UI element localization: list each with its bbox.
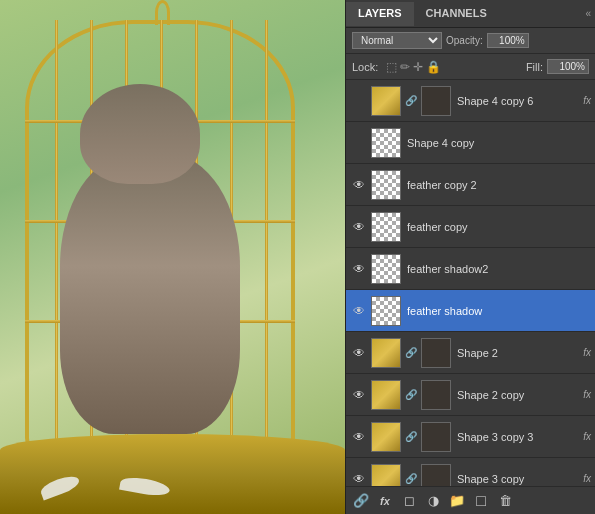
- feather-1: [39, 473, 82, 501]
- layer-thumbnail-mask: [421, 338, 451, 368]
- layer-thumbnail-mask: [421, 86, 451, 116]
- layer-item[interactable]: 👁feather copy 2: [346, 164, 595, 206]
- cat-body: [60, 154, 240, 434]
- delete-layer-button[interactable]: 🗑: [494, 490, 516, 512]
- fill-input[interactable]: [547, 59, 589, 74]
- cage-bar: [265, 20, 268, 450]
- layers-list: 🔗Shape 4 copy 6fxShape 4 copy👁feather co…: [346, 80, 595, 486]
- new-group-button[interactable]: 📁: [446, 490, 468, 512]
- layer-item[interactable]: 👁feather shadow: [346, 290, 595, 332]
- layer-name-label: Shape 3 copy: [454, 473, 581, 485]
- fill-label: Fill:: [526, 61, 543, 73]
- add-fx-button[interactable]: fx: [374, 490, 396, 512]
- lock-pixels-icon[interactable]: ✏: [400, 60, 410, 74]
- fx-badge: fx: [583, 473, 591, 484]
- layer-name-label: Shape 2 copy: [454, 389, 581, 401]
- new-layer-button[interactable]: □: [470, 490, 492, 512]
- layer-thumbnail: [371, 86, 401, 116]
- fx-badge: fx: [583, 347, 591, 358]
- bottom-toolbar: 🔗 fx ◻ ◑ 📁 □ 🗑: [346, 486, 595, 514]
- layer-name-label: feather copy 2: [404, 179, 591, 191]
- layer-name-label: feather shadow2: [404, 263, 591, 275]
- layer-name-label: Shape 2: [454, 347, 581, 359]
- layer-item[interactable]: 🔗Shape 4 copy 6fx: [346, 80, 595, 122]
- layer-item[interactable]: 👁feather copy: [346, 206, 595, 248]
- layer-thumbnail: [371, 422, 401, 452]
- layers-panel: LAYERS CHANNELS « Normal Opacity: Lock: …: [345, 0, 595, 514]
- layer-name-label: feather copy: [404, 221, 591, 233]
- opacity-input[interactable]: [487, 33, 529, 48]
- layer-thumbnail: [371, 296, 401, 326]
- fx-badge: fx: [583, 95, 591, 106]
- layer-thumbnail-mask: [421, 422, 451, 452]
- chain-icon: 🔗: [405, 473, 417, 484]
- layer-thumbnail: [371, 464, 401, 487]
- layer-visibility-toggle[interactable]: 👁: [350, 344, 368, 362]
- layer-item[interactable]: Shape 4 copy: [346, 122, 595, 164]
- layer-item[interactable]: 👁🔗Shape 3 copyfx: [346, 458, 595, 486]
- layer-thumbnail-mask: [421, 464, 451, 487]
- blend-mode-row: Normal Opacity:: [346, 28, 595, 54]
- feather-2: [119, 475, 171, 498]
- lock-label: Lock:: [352, 61, 378, 73]
- cat-head: [80, 84, 200, 184]
- fx-badge: fx: [583, 431, 591, 442]
- link-layers-button[interactable]: 🔗: [350, 490, 372, 512]
- lock-fill-row: Lock: ⬚ ✏ ✛ 🔒 Fill:: [346, 54, 595, 80]
- layer-visibility-toggle[interactable]: [350, 134, 368, 152]
- layer-visibility-toggle[interactable]: 👁: [350, 470, 368, 487]
- layer-thumbnail: [371, 338, 401, 368]
- layer-visibility-toggle[interactable]: 👁: [350, 176, 368, 194]
- panel-collapse-button[interactable]: «: [585, 8, 591, 19]
- layer-visibility-toggle[interactable]: 👁: [350, 218, 368, 236]
- chain-icon: 🔗: [405, 347, 417, 358]
- blend-mode-select[interactable]: Normal: [352, 32, 442, 49]
- chain-icon: 🔗: [405, 431, 417, 442]
- panel-header: LAYERS CHANNELS «: [346, 0, 595, 28]
- opacity-label: Opacity:: [446, 35, 483, 46]
- lock-transparent-icon[interactable]: ⬚: [386, 60, 397, 74]
- lock-icons: ⬚ ✏ ✛ 🔒: [386, 60, 441, 74]
- add-adjustment-button[interactable]: ◑: [422, 490, 444, 512]
- fx-badge: fx: [583, 389, 591, 400]
- layer-visibility-toggle[interactable]: 👁: [350, 428, 368, 446]
- layer-item[interactable]: 👁🔗Shape 3 copy 3fx: [346, 416, 595, 458]
- layer-thumbnail: [371, 128, 401, 158]
- add-mask-button[interactable]: ◻: [398, 490, 420, 512]
- layer-name-label: Shape 4 copy 6: [454, 95, 581, 107]
- lock-position-icon[interactable]: ✛: [413, 60, 423, 74]
- lock-all-icon[interactable]: 🔒: [426, 60, 441, 74]
- layer-visibility-toggle[interactable]: [350, 92, 368, 110]
- layer-visibility-toggle[interactable]: 👁: [350, 386, 368, 404]
- layer-thumbnail-mask: [421, 380, 451, 410]
- layer-name-label: Shape 4 copy: [404, 137, 591, 149]
- tab-layers[interactable]: LAYERS: [346, 2, 414, 26]
- chain-icon: 🔗: [405, 389, 417, 400]
- cage-base: [0, 434, 345, 514]
- layer-visibility-toggle[interactable]: 👁: [350, 260, 368, 278]
- canvas-area: [0, 0, 345, 514]
- layer-visibility-toggle[interactable]: 👁: [350, 302, 368, 320]
- tab-channels[interactable]: CHANNELS: [414, 2, 499, 26]
- cage-bar: [55, 20, 58, 450]
- layer-name-label: Shape 3 copy 3: [454, 431, 581, 443]
- layer-thumbnail: [371, 212, 401, 242]
- layer-thumbnail: [371, 170, 401, 200]
- layer-thumbnail: [371, 380, 401, 410]
- layer-item[interactable]: 👁feather shadow2: [346, 248, 595, 290]
- layer-name-label: feather shadow: [404, 305, 591, 317]
- layer-item[interactable]: 👁🔗Shape 2fx: [346, 332, 595, 374]
- layer-thumbnail: [371, 254, 401, 284]
- layer-item[interactable]: 👁🔗Shape 2 copyfx: [346, 374, 595, 416]
- chain-icon: 🔗: [405, 95, 417, 106]
